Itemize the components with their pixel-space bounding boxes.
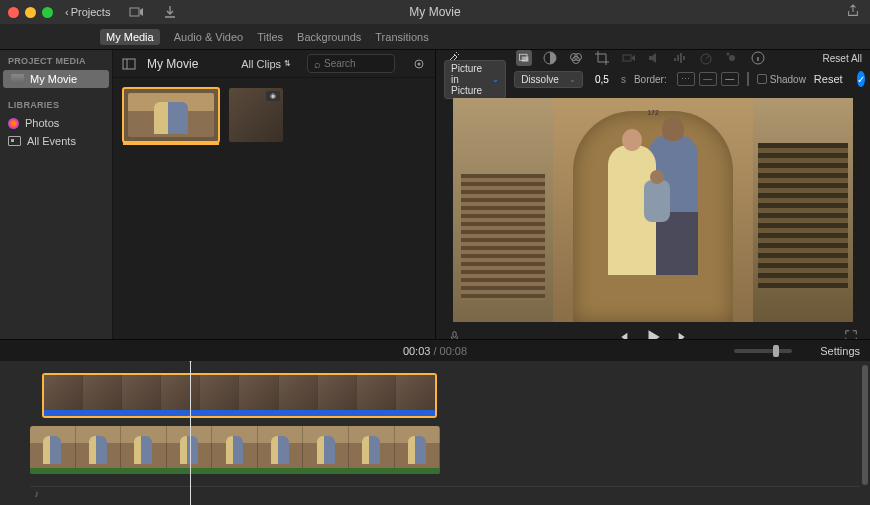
transition-dropdown[interactable]: Dissolve ⌄ [514,71,583,88]
sidebar: PROJECT MEDIA My Movie LIBRARIES Photos … [0,50,113,339]
color-balance-button[interactable] [542,50,558,66]
border-label: Border: [634,74,667,85]
svg-point-13 [729,55,735,61]
border-thin-button[interactable]: — [699,72,717,86]
browser-toolbar: My Movie All Clips ⇅ ⌕ [113,50,435,78]
info-button[interactable] [750,50,766,66]
speed-button[interactable] [698,50,714,66]
overlay-track[interactable] [30,373,870,418]
current-time: 00:03 [403,345,431,357]
clip-thumbnail-2[interactable]: ◉ [229,88,283,142]
timecode: 00:03 / 00:08 [403,345,467,357]
events-icon [8,136,21,146]
audio-track[interactable]: ♪ [30,486,860,500]
svg-rect-11 [623,55,631,61]
vertical-scrollbar[interactable] [862,365,868,485]
overlay-tool-button[interactable] [516,50,532,66]
preview-canvas[interactable] [436,92,870,328]
primary-clip[interactable] [30,426,440,474]
timeline-settings-button[interactable]: Settings [820,345,860,357]
noise-reduction-button[interactable] [672,50,688,66]
shadow-checkbox[interactable] [757,74,767,84]
border-width-options: ⋯ — — [677,72,739,86]
media-tabs: My Media Audio & Video Titles Background… [0,24,870,50]
color-correction-button[interactable] [568,50,584,66]
svg-rect-6 [522,57,529,62]
window-controls [8,7,53,18]
photos-icon [8,118,19,129]
tab-audio-video[interactable]: Audio & Video [174,31,244,43]
sidebar-item-all-events[interactable]: All Events [0,132,112,150]
svg-rect-0 [130,8,139,16]
svg-point-14 [727,53,730,56]
download-icon[interactable] [162,4,178,20]
overlay-mode-label: Picture in Picture [451,63,482,96]
zoom-window-button[interactable] [42,7,53,18]
search-field[interactable]: ⌕ [307,54,395,73]
volume-button[interactable] [646,50,662,66]
sidebar-item-photos[interactable]: Photos [0,114,112,132]
camera-icon: ◉ [266,91,280,101]
chevron-left-icon: ‹ [65,6,69,18]
border-color-swatch[interactable] [747,72,749,86]
playhead[interactable] [190,361,191,505]
reset-all-button[interactable]: Reset All [823,53,862,64]
sidebar-item-my-movie[interactable]: My Movie [3,70,109,88]
sidebar-my-movie-label: My Movie [30,73,77,85]
libraries-header: LIBRARIES [0,94,112,114]
toggle-sidebar-button[interactable] [121,56,137,72]
shadow-label: Shadow [770,74,806,85]
project-media-header: PROJECT MEDIA [0,50,112,70]
pip-settings-bar: Picture in Picture ⌄ Dissolve ⌄ s Border… [436,66,870,92]
stabilize-button[interactable] [620,50,636,66]
crop-button[interactable] [594,50,610,66]
clips-filter-label: All Clips [241,58,281,70]
sidebar-photos-label: Photos [25,117,59,129]
seconds-label: s [621,74,626,85]
svg-point-4 [418,62,421,65]
updown-icon: ⇅ [284,59,291,68]
pip-clip[interactable] [42,373,437,418]
chevron-down-icon: ⌄ [492,75,499,84]
clip-thumbnail-1[interactable] [123,88,219,142]
sidebar-all-events-label: All Events [27,135,76,147]
effects-button[interactable] [724,50,740,66]
tab-my-media[interactable]: My Media [100,29,160,45]
search-input[interactable] [324,58,384,69]
total-time: 00:08 [440,345,468,357]
svg-rect-16 [453,331,456,337]
minimize-window-button[interactable] [25,7,36,18]
titlebar: ‹ Projects My Movie [0,0,870,24]
border-none-button[interactable]: ⋯ [677,72,695,86]
primary-track[interactable] [30,426,870,474]
tab-titles[interactable]: Titles [257,31,283,43]
back-label: Projects [71,6,111,18]
reset-pip-button[interactable]: Reset [814,73,843,85]
media-thumbnails: ◉ [113,78,435,152]
import-media-button[interactable] [128,4,144,20]
tab-backgrounds[interactable]: Backgrounds [297,31,361,43]
clapper-icon [11,74,24,84]
viewer-panel: Reset All Picture in Picture ⌄ Dissolve … [435,50,870,339]
browser-title: My Movie [147,57,198,71]
preview-image [453,98,853,322]
duration-input[interactable] [591,74,613,85]
share-button[interactable] [846,4,860,20]
chevron-down-icon: ⌄ [569,75,576,84]
back-to-projects-button[interactable]: ‹ Projects [65,6,110,18]
timecode-bar: 00:03 / 00:08 Settings [0,339,870,361]
zoom-slider[interactable] [734,349,792,353]
clips-filter-dropdown[interactable]: All Clips ⇅ [241,58,291,70]
close-window-button[interactable] [8,7,19,18]
app-title: My Movie [409,5,460,19]
border-thick-button[interactable]: — [721,72,739,86]
transition-label: Dissolve [521,74,559,85]
svg-rect-1 [123,59,135,69]
tab-transitions[interactable]: Transitions [375,31,428,43]
media-browser: My Movie All Clips ⇅ ⌕ ◉ [113,50,435,339]
music-note-icon: ♪ [34,488,39,499]
timeline[interactable]: ♪ [0,361,870,505]
search-icon: ⌕ [314,58,321,70]
browser-settings-button[interactable] [411,56,427,72]
apply-button[interactable]: ✓ [857,71,865,87]
